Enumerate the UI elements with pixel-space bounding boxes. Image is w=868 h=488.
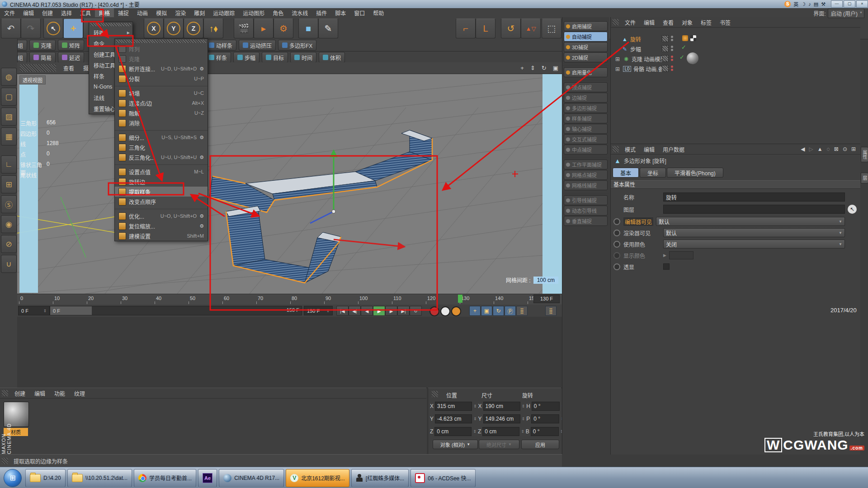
editor-visible-radio[interactable] [613,218,620,225]
snap-option[interactable]: 动态引导线 [564,206,608,216]
next-frame-button[interactable]: ▶ [385,306,397,316]
menu-bar-item[interactable]: 插件 [312,8,331,18]
start-button[interactable]: ⊞ [4,469,22,487]
title-bar[interactable]: CINEMA 4D R17.053 Studio (R17) - [420.c4… [0,0,868,8]
mesh-menu-item[interactable]: 转换▶ [89,27,132,38]
timeline-ruler[interactable]: 0102030405060708090100110120130140150 [17,294,562,305]
editor-visible-dropdown[interactable]: 默认 [656,217,845,226]
add-cube-button[interactable]: ■ [298,19,318,38]
render-picture-viewer-button[interactable]: ▶ [254,19,274,38]
menu-tearoff[interactable] [116,40,206,43]
render-visible-dropdown[interactable]: 默认 [663,228,845,237]
history-back-icon[interactable]: ◀ [801,146,805,152]
menu-bar-item[interactable]: 工具 [76,8,95,18]
record-parameter-toggle[interactable]: Ⓟ [505,306,516,316]
om-menu-edit[interactable]: 编辑 [640,18,659,27]
next-key-button[interactable]: ▶| [397,306,410,316]
snap-option[interactable]: 边捕捉 [564,93,608,103]
visibility-dots[interactable] [671,66,673,71]
rot-p-field[interactable]: 0 ° [531,414,559,423]
submenu-item[interactable]: 优化...U~O, U~Shift+O⚙ [115,211,208,221]
menu-bar-item[interactable]: 文件 [0,8,19,18]
layer-chip[interactable] [662,45,669,53]
side-tab-attributes[interactable]: 属性 [861,147,868,162]
display-color-radio[interactable] [613,252,620,259]
om-menu-bookmark[interactable]: 书签 [716,18,735,27]
snap-option[interactable]: 启用捕捉 [564,21,608,31]
current-frame-box[interactable]: 130 F [533,295,560,303]
prev-frame-button[interactable]: ◀ [361,306,373,316]
submenu-item[interactable]: 反三角化...U~U, U~Shift+U⚙ [115,152,208,162]
attr-menu-edit[interactable]: 编辑 [640,145,659,154]
material-menu-function[interactable]: 功能 [50,389,70,398]
object-name[interactable]: 克隆 动画模型 [632,55,665,63]
snap-option[interactable]: 交互式捕捉 [564,134,608,144]
paint-bucket-button[interactable]: ◉ [1,215,17,233]
xray-radio[interactable] [613,263,620,270]
lock-y-axis-button[interactable]: Y [164,19,184,38]
display-color-swatch[interactable] [669,251,693,259]
menu-bar-item[interactable]: 运动跟踪 [209,8,239,18]
menu-bar-item[interactable]: 网格 [95,8,114,18]
snap-option[interactable]: 3D捕捉 [564,42,608,52]
play-button[interactable]: ▶ [373,306,385,316]
move-tool-button[interactable]: + [63,19,83,38]
toolbar-button[interactable]: 延迟 [58,52,84,63]
visibility-dots[interactable] [671,46,673,51]
toolbar-button[interactable]: 时间 [290,52,316,63]
submenu-item[interactable]: 阵列⚙ [115,44,208,54]
snap-option[interactable]: 中点捕捉 [564,145,608,155]
lock-x-axis-button[interactable]: X [144,19,164,38]
sogou-ime-icon[interactable]: S [784,1,791,7]
pan-view-icon[interactable]: + [520,65,524,71]
record-scale-toggle[interactable]: ▣ [481,306,492,316]
menu-bar-item[interactable]: 运动图形 [239,8,269,18]
om-menu-view[interactable]: 查看 [659,18,678,27]
layer-field[interactable] [663,205,845,214]
taskbar-folder1[interactable]: D:\4.20 [25,469,66,487]
interface-value[interactable]: 启动 (用户) [828,9,864,18]
snap-option[interactable]: 轴心捕捉 [564,124,608,134]
menu-bar-item[interactable]: 编辑 [19,8,38,18]
record-position-toggle[interactable]: + [469,306,481,316]
snap-option[interactable]: 多边形捕捉 [564,103,608,113]
tab-basic[interactable]: 基本 [613,168,639,178]
layer-chip[interactable] [662,35,669,43]
submenu-item[interactable]: 坍塌U~C⚙ [115,88,208,98]
autokey-button[interactable] [451,306,461,316]
render-visible-radio[interactable] [613,230,620,236]
layer-chip[interactable] [662,55,669,63]
toolbar-button[interactable]: 步幅 [233,52,259,63]
submenu-item[interactable]: 消除⚙ [115,118,208,128]
taskbar-folder2[interactable]: \\10.20.51.2\dat... [67,469,132,487]
menu-bar-item[interactable]: 动画 [133,8,152,18]
snap-option[interactable]: 网格点捕捉 [564,170,608,180]
submenu-item[interactable]: 细分...U~S, U~Shift+S⚙ [115,132,208,142]
snap-option[interactable]: 垂直捕捉 [564,216,608,226]
up-icon[interactable]: ▲ [817,146,823,152]
minimize-button[interactable]: — [831,0,843,8]
rot-h-field[interactable]: 0 ° [532,402,560,411]
slider-handle[interactable]: 0 F [50,306,92,315]
xray-checkbox[interactable] [663,263,670,270]
uv-grid-mode-button[interactable]: ▦ [1,127,17,145]
close-button[interactable]: × [856,0,868,8]
om-menu-file[interactable]: 文件 [621,18,640,27]
prev-key-button[interactable]: ◀| [349,306,361,316]
use-color-radio[interactable] [613,241,620,248]
use-color-dropdown[interactable]: 关闭 [663,239,845,249]
check-tag-icon[interactable]: ✓ [679,54,684,61]
material-panel-grip[interactable] [2,390,8,396]
submenu-item[interactable]: 三角化⚙ [115,142,208,152]
material-tag-icon[interactable] [682,35,688,41]
menu-bar-item[interactable]: 帮助 [369,8,388,18]
record-pla-toggle[interactable]: ⣿ [516,306,528,316]
snap-option[interactable]: 2D捕捉 [564,52,608,62]
lock-icon[interactable]: ⊠ [834,146,839,152]
texture-mode-button[interactable]: ▨ [1,108,17,126]
menu-bar-item[interactable]: 窗口 [350,8,369,18]
taskbar-cinema4d[interactable]: CINEMA 4D R17... [219,469,284,487]
taskbar-chrome[interactable]: 学员每日考勤首... [134,469,196,487]
keyframe-button[interactable] [440,306,450,316]
toolbar-button[interactable]: 动样条 [205,40,236,51]
